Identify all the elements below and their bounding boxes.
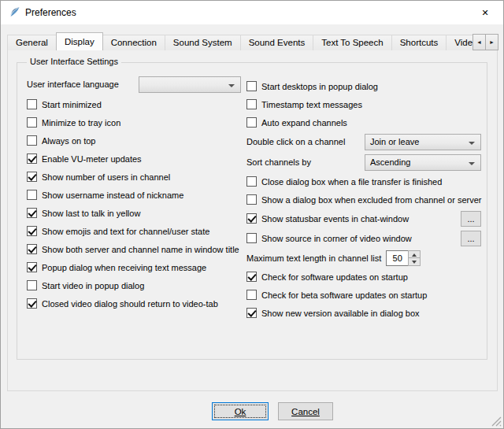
checkbox-label: Show statusbar events in chat-window xyxy=(261,214,409,224)
checkbox[interactable] xyxy=(246,194,257,205)
checkbox-dialog-when-excluded[interactable]: Show a dialog box when excluded from cha… xyxy=(246,190,481,209)
checkbox-check-beta-updates[interactable]: Check for beta software updates on start… xyxy=(246,286,481,304)
checkbox-emojis-and-text[interactable]: Show emojis and text for channel/user st… xyxy=(27,222,243,240)
checkbox[interactable] xyxy=(27,208,37,218)
checkbox-desktops-popup[interactable]: Start desktops in popup dialog xyxy=(246,77,481,95)
tab-scroll-left-icon[interactable]: ◄ xyxy=(472,34,486,50)
checkbox-timestamp-messages[interactable]: Timestamp text messages xyxy=(246,95,481,113)
max-text-length-row: Maximum text length in channel list 50 xyxy=(246,248,481,268)
checkbox-label: Start video in popup dialog xyxy=(42,281,144,290)
checkbox-always-on-top[interactable]: Always on top xyxy=(27,131,243,150)
ok-button[interactable]: Ok xyxy=(212,402,269,420)
checkbox[interactable] xyxy=(246,233,257,243)
checkbox-label: Popup dialog when receiving text message xyxy=(42,263,206,272)
checkbox-label: Show source in corner of video window xyxy=(261,234,412,243)
tab-text-to-speech[interactable]: Text To Speech xyxy=(313,35,391,50)
checkbox-video-source-corner[interactable]: Show source in corner of video window ..… xyxy=(246,228,481,248)
close-button[interactable]: ✕ xyxy=(467,1,503,24)
tab-display[interactable]: Display xyxy=(56,32,103,50)
checkbox-label: Show new version available in dialog box xyxy=(261,309,420,318)
checkbox[interactable] xyxy=(27,153,37,164)
checkbox-show-user-count[interactable]: Show number of users in channel xyxy=(27,168,243,186)
checkbox-close-on-file-transfer[interactable]: Close dialog box when a file transfer is… xyxy=(246,172,481,190)
video-source-options-button[interactable]: ... xyxy=(461,231,481,246)
language-combobox[interactable] xyxy=(139,76,241,93)
group-title: User Interface Settings xyxy=(27,57,121,66)
checkbox-server-channel-in-title[interactable]: Show both server and channel name in win… xyxy=(27,240,243,258)
checkbox-new-version-dialog[interactable]: Show new version available in dialog box xyxy=(246,304,481,322)
checkbox[interactable] xyxy=(27,99,37,109)
max-text-length-value[interactable]: 50 xyxy=(386,250,408,266)
checkbox-label: Enable VU-meter updates xyxy=(42,154,142,164)
checkbox[interactable] xyxy=(246,117,257,128)
double-click-label: Double click on a channel xyxy=(246,137,345,146)
checkbox-label: Timestamp text messages xyxy=(261,100,362,109)
checkbox-statusbar-events[interactable]: Show statusbar events in chat-window ... xyxy=(246,209,481,228)
checkbox[interactable] xyxy=(27,298,37,309)
double-click-value: Join or leave xyxy=(370,137,419,146)
checkbox-label: Show a dialog box when excluded from cha… xyxy=(261,195,481,205)
checkbox-popup-on-text-message[interactable]: Popup dialog when receiving text message xyxy=(27,258,243,276)
tab-scroll-right-icon[interactable]: ► xyxy=(485,34,498,50)
left-column: Start minimized Minimize to tray icon Al… xyxy=(27,95,243,313)
checkbox-label: Show number of users in channel xyxy=(42,172,170,182)
tab-bar: General Display Connection Sound System … xyxy=(7,32,498,50)
double-click-combobox[interactable]: Join or leave xyxy=(365,134,481,150)
checkbox-label: Start minimized xyxy=(42,100,102,109)
tab-sound-system[interactable]: Sound System xyxy=(165,35,241,50)
tab-general[interactable]: General xyxy=(7,35,57,50)
checkbox[interactable] xyxy=(27,117,37,128)
checkbox-label: Show last to talk in yellow xyxy=(42,209,140,218)
checkbox-vu-meter-updates[interactable]: Enable VU-meter updates xyxy=(27,150,243,168)
checkbox[interactable] xyxy=(246,81,257,91)
tab-shortcuts[interactable]: Shortcuts xyxy=(391,35,447,50)
checkbox-show-username[interactable]: Show username instead of nickname xyxy=(27,186,243,204)
spin-down-icon[interactable] xyxy=(408,257,421,266)
window-title: Preferences xyxy=(25,7,76,18)
checkbox[interactable] xyxy=(27,190,37,200)
checkbox[interactable] xyxy=(27,226,37,236)
tab-connection[interactable]: Connection xyxy=(102,35,165,50)
checkbox-last-to-talk-yellow[interactable]: Show last to talk in yellow xyxy=(27,204,243,222)
checkbox[interactable] xyxy=(27,172,37,182)
double-click-row: Double click on a channel Join or leave xyxy=(246,131,481,152)
checkbox[interactable] xyxy=(246,99,257,109)
checkbox-label: Check for beta software updates on start… xyxy=(261,290,427,300)
checkbox-label: Minimize to tray icon xyxy=(42,118,120,128)
cancel-button[interactable]: Cancel xyxy=(278,402,333,420)
checkbox-label: Auto expand channels xyxy=(261,118,347,128)
preferences-dialog: Preferences ✕ General Display Connection… xyxy=(0,0,504,429)
statusbar-events-options-button[interactable]: ... xyxy=(461,211,481,227)
sort-channels-label: Sort channels by xyxy=(246,157,311,167)
tab-sound-events[interactable]: Sound Events xyxy=(240,35,314,50)
checkbox-video-popup-dialog[interactable]: Start video in popup dialog xyxy=(27,276,243,294)
sort-channels-combobox[interactable]: Ascending xyxy=(365,154,481,171)
checkbox-label: Show both server and channel name in win… xyxy=(42,245,239,254)
checkbox-label: Always on top xyxy=(42,136,95,146)
checkbox[interactable] xyxy=(246,290,257,300)
checkbox-auto-expand-channels[interactable]: Auto expand channels xyxy=(246,113,481,131)
checkbox[interactable] xyxy=(27,135,37,146)
checkbox[interactable] xyxy=(246,213,257,224)
sort-channels-row: Sort channels by Ascending xyxy=(246,152,481,172)
resize-grip[interactable] xyxy=(491,416,502,427)
checkbox[interactable] xyxy=(27,244,37,254)
checkbox-check-updates[interactable]: Check for software updates on startup xyxy=(246,268,481,286)
checkbox-closed-video-return[interactable]: Closed video dialog should return to vid… xyxy=(27,294,243,313)
checkbox-start-minimized[interactable]: Start minimized xyxy=(27,95,243,113)
checkbox-minimize-to-tray[interactable]: Minimize to tray icon xyxy=(27,113,243,131)
sort-channels-value: Ascending xyxy=(370,157,410,167)
checkbox-label: Show emojis and text for channel/user st… xyxy=(42,227,209,236)
checkbox[interactable] xyxy=(246,176,257,187)
spin-arrows xyxy=(408,250,421,266)
checkbox[interactable] xyxy=(27,280,37,290)
checkbox[interactable] xyxy=(246,308,257,318)
checkbox[interactable] xyxy=(246,272,257,282)
titlebar: Preferences ✕ xyxy=(1,1,503,24)
max-text-length-spinbox[interactable]: 50 xyxy=(386,250,421,266)
language-row: User interface language xyxy=(27,76,241,93)
checkbox[interactable] xyxy=(27,262,37,272)
tab-scroll-control: ◄ ► xyxy=(473,34,498,50)
checkbox-label: Show username instead of nickname xyxy=(42,190,183,200)
right-column: Start desktops in popup dialog Timestamp… xyxy=(246,77,481,322)
